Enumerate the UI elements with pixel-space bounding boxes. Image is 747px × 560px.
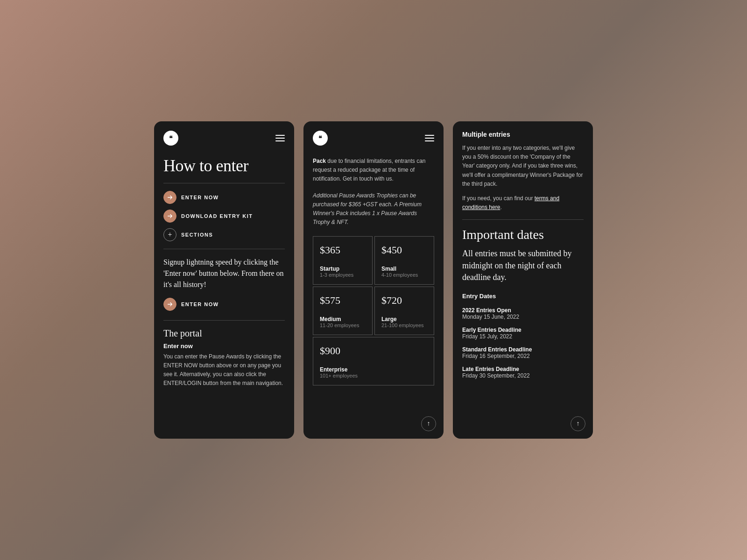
startup-tier: Startup — [320, 266, 366, 272]
hamburger-menu-1[interactable] — [275, 135, 285, 141]
date-standard-deadline: Standard Entries Deadline Friday 16 Sept… — [462, 346, 584, 359]
arrow-icon-1 — [163, 191, 176, 204]
small-price: $450 — [381, 244, 427, 256]
nav-download-entry-kit[interactable]: DOWNLOAD ENTRY KIT — [163, 210, 285, 223]
arrow-icon-3 — [163, 298, 176, 311]
italic-text: Additional Pause Awards Trophies can be … — [313, 191, 434, 227]
small-tier: Small — [381, 266, 427, 272]
medium-price: $575 — [320, 294, 366, 307]
pricing-medium: $575 Medium 11-20 employees — [313, 287, 373, 335]
page-title: How to enter — [163, 157, 285, 175]
large-desc: 21-100 employees — [381, 322, 427, 328]
logo-2: ❝ — [313, 131, 328, 146]
pricing-startup: $365 Startup 1-3 employees — [313, 236, 373, 285]
medium-tier: Medium — [320, 316, 366, 322]
nav-enter-now-2[interactable]: ENTER NOW — [163, 298, 285, 311]
enterprise-price: $900 — [320, 345, 427, 357]
panel-pricing: ❝ Pack due to financial limitations, ent… — [303, 121, 444, 439]
important-dates-title: Important dates — [462, 227, 584, 242]
date-title-2: Early Entries Deadline — [462, 327, 584, 333]
panel2-header: ❝ — [313, 131, 434, 146]
date-early-deadline: Early Entries Deadline Friday 15 July, 2… — [462, 327, 584, 340]
divider-2 — [163, 249, 285, 249]
medium-desc: 11-20 employees — [320, 322, 366, 328]
multiple-entries-title: Multiple entries — [462, 131, 584, 138]
pricing-large: $720 Large 21-100 employees — [374, 287, 434, 335]
entry-dates-heading: Entry Dates — [462, 293, 584, 300]
pricing-grid: $365 Startup 1-3 employees $450 Small 4-… — [313, 236, 434, 385]
portal-body: You can enter the Pause Awards by clicki… — [163, 352, 285, 388]
body-text: Signup lightning speed by clicking the '… — [163, 257, 285, 290]
pack-body: due to financial limitations, entrants c… — [313, 158, 425, 182]
startup-price: $365 — [320, 244, 366, 256]
panel1-header: ❝ — [163, 131, 285, 146]
pricing-enterprise: $900 Enterprise 101+ employees — [313, 337, 434, 385]
date-title-3: Standard Entries Deadline — [462, 346, 584, 353]
nav-sections[interactable]: + SECTIONS — [163, 228, 285, 241]
divider-panel3 — [462, 219, 584, 220]
date-date-1: Monday 15 June, 2022 — [462, 314, 584, 320]
enter-now-section: Enter now — [163, 343, 285, 350]
enter-now-label-2: ENTER NOW — [181, 301, 219, 307]
hamburger-menu-2[interactable] — [425, 135, 434, 141]
pricing-small: $450 Small 4-10 employees — [374, 236, 434, 285]
sections-label: SECTIONS — [181, 232, 213, 238]
scroll-up-button-3[interactable]: ↑ — [571, 416, 585, 431]
date-date-2: Friday 15 July, 2022 — [462, 333, 584, 340]
panels-container: ❝ How to enter ENTER NOW DOWNLOAD ENTRY … — [135, 103, 612, 457]
pack-text: Pack due to financial limitations, entra… — [313, 157, 434, 184]
date-title-1: 2022 Entries Open — [462, 307, 584, 314]
enter-now-label-1: ENTER NOW — [181, 195, 219, 200]
large-tier: Large — [381, 316, 427, 322]
date-date-4: Friday 30 September, 2022 — [462, 372, 584, 379]
plus-icon: + — [163, 228, 176, 241]
divider-3 — [163, 320, 285, 321]
date-late-deadline: Late Entries Deadline Friday 30 Septembe… — [462, 366, 584, 379]
date-title-4: Late Entries Deadline — [462, 366, 584, 372]
enterprise-desc: 101+ employees — [320, 373, 427, 378]
arrow-icon-2 — [163, 210, 176, 223]
date-entries-open: 2022 Entries Open Monday 15 June, 2022 — [462, 307, 584, 320]
startup-desc: 1-3 employees — [320, 272, 366, 278]
terms-text-prefix: If you need, you can find our — [462, 195, 535, 202]
terms-text-suffix: . — [500, 204, 501, 210]
large-price: $720 — [381, 294, 427, 307]
scroll-up-button-2[interactable]: ↑ — [421, 416, 436, 431]
download-entry-kit-label: DOWNLOAD ENTRY KIT — [181, 213, 253, 219]
multiple-entries-text2: If you need, you can find our terms and … — [462, 194, 584, 212]
the-portal-title: The portal — [163, 328, 285, 339]
nav-enter-now-1[interactable]: ENTER NOW — [163, 191, 285, 204]
important-dates-subtitle: All entries must be submitted by midnigh… — [462, 248, 584, 283]
multiple-entries-text1: If you enter into any two categories, we… — [462, 144, 584, 189]
small-desc: 4-10 employees — [381, 272, 427, 278]
enterprise-tier: Enterprise — [320, 366, 427, 373]
date-date-3: Friday 16 September, 2022 — [462, 353, 584, 359]
divider-1 — [163, 183, 285, 183]
logo-1: ❝ — [163, 131, 178, 146]
panel-how-to-enter: ❝ How to enter ENTER NOW DOWNLOAD ENTRY … — [154, 121, 294, 439]
pack-bold: Pack — [313, 158, 326, 164]
panel-dates: Multiple entries If you enter into any t… — [453, 121, 593, 439]
